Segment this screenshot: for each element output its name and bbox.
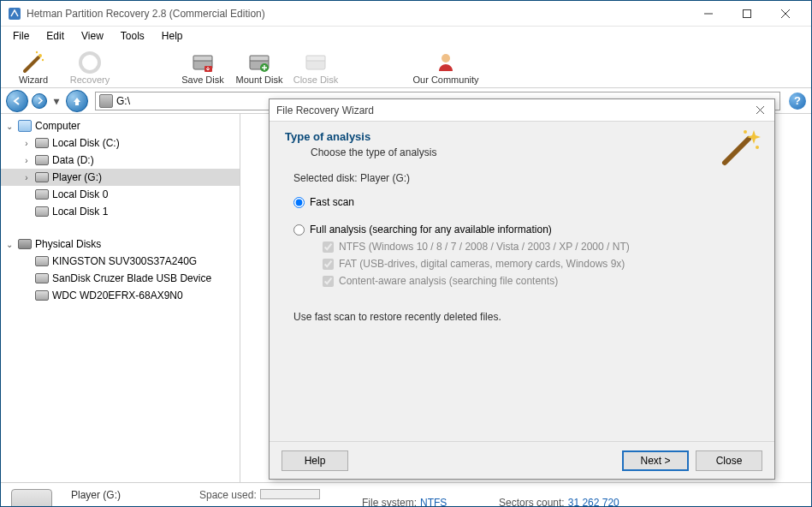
- tree-item[interactable]: › Local Disk 0: [1, 186, 240, 203]
- minimize-button[interactable]: [689, 2, 727, 26]
- community-button[interactable]: Our Community: [403, 51, 489, 85]
- svg-point-6: [36, 51, 38, 52]
- window-controls: [689, 2, 804, 26]
- menu-bar: File Edit View Tools Help: [1, 27, 811, 45]
- mount-disk-icon: [247, 51, 271, 75]
- menu-view[interactable]: View: [73, 28, 112, 44]
- sectors-label: Sectors count:: [499, 497, 565, 508]
- sidebar-tree[interactable]: ⌄ Computer › Local Disk (C:) › Data (D:)…: [1, 114, 240, 482]
- tree-physical-label: Physical Disks: [35, 238, 101, 250]
- fat-checkbox-input: [323, 259, 334, 270]
- chevron-right-icon: ›: [21, 156, 32, 165]
- chevron-down-icon: ⌄: [4, 122, 15, 131]
- close-disk-icon: [304, 51, 328, 75]
- content-aware-checkbox: Content-aware analysis (searching file c…: [323, 275, 759, 287]
- drive-icon: [35, 153, 49, 167]
- tree-item-label: Local Disk (C:): [52, 137, 120, 149]
- drive-icon: [99, 94, 113, 108]
- tree-item-selected[interactable]: › Player (G:): [1, 169, 240, 186]
- wand-large-icon: [720, 127, 761, 168]
- dialog-heading: Type of analysis: [285, 130, 759, 143]
- computer-icon: [18, 119, 32, 133]
- up-button[interactable]: [66, 90, 88, 112]
- tree-item-label: Local Disk 1: [52, 206, 108, 218]
- close-disk-label: Close Disk: [293, 75, 339, 85]
- dialog-close-icon[interactable]: [752, 103, 768, 118]
- mount-disk-button[interactable]: Mount Disk: [234, 51, 285, 85]
- space-used-bar: [260, 489, 320, 499]
- svg-rect-10: [193, 56, 212, 61]
- svg-point-17: [442, 54, 450, 63]
- help-icon[interactable]: ?: [789, 92, 806, 110]
- fast-scan-label: Fast scan: [310, 196, 354, 208]
- save-disk-label: Save Disk: [181, 75, 224, 85]
- tree-item-label: Data (D:): [52, 154, 94, 166]
- svg-point-5: [39, 54, 42, 57]
- tree-item[interactable]: › Data (D:): [1, 152, 240, 169]
- back-button[interactable]: [6, 90, 28, 112]
- community-icon: [434, 51, 458, 75]
- menu-help[interactable]: Help: [153, 28, 192, 44]
- drive-icon: [35, 205, 49, 218]
- chevron-down-icon: ⌄: [4, 240, 15, 249]
- svg-rect-16: [306, 56, 325, 61]
- dialog-title: File Recovery Wizard: [276, 104, 752, 116]
- space-free-value: 14,86 GB: [255, 504, 299, 508]
- status-disk-type: Removable Disk: [71, 504, 191, 508]
- drive-icon: [35, 188, 49, 201]
- svg-rect-2: [743, 9, 750, 17]
- ntfs-label: NTFS (Windows 10 / 8 / 7 / 2008 / Vista …: [339, 241, 630, 253]
- tree-item[interactable]: › Local Disk 1: [1, 203, 240, 220]
- dialog-header: File Recovery Wizard: [270, 99, 774, 122]
- drive-large-icon: [11, 489, 52, 508]
- tree-item-label: Local Disk 0: [52, 188, 108, 200]
- fat-label: FAT (USB-drives, digital cameras, memory…: [339, 258, 625, 270]
- community-label: Our Community: [412, 75, 478, 85]
- selected-disk-label: Selected disk: Player (G:): [293, 172, 759, 184]
- next-button[interactable]: Next >: [622, 450, 689, 471]
- svg-point-21: [756, 146, 759, 149]
- wizard-button[interactable]: Wizard: [8, 51, 59, 85]
- close-button[interactable]: Close: [696, 450, 762, 471]
- menu-tools[interactable]: Tools: [112, 28, 153, 44]
- dialog-subheading: Choose the type of analysis: [311, 146, 759, 158]
- tree-item-label: KINGSTON SUV300S37A240G: [52, 255, 197, 267]
- menu-file[interactable]: File: [4, 28, 38, 44]
- fast-scan-radio-input[interactable]: [293, 197, 305, 208]
- sectors-value: 31 262 720: [568, 497, 619, 508]
- file-recovery-wizard-dialog: File Recovery Wizard Type of analysis Ch…: [269, 98, 775, 480]
- help-button[interactable]: Help: [282, 450, 348, 471]
- full-analysis-radio[interactable]: Full analysis (searching for any availab…: [293, 224, 759, 236]
- save-disk-icon: [191, 51, 215, 75]
- close-button[interactable]: [766, 2, 804, 26]
- status-bar: Player (G:) Removable Disk Space used: S…: [1, 482, 811, 507]
- app-icon: [8, 7, 21, 21]
- tree-computer-label: Computer: [35, 120, 80, 132]
- tree-item[interactable]: › Local Disk (C:): [1, 134, 240, 152]
- status-disk-name: Player (G:): [71, 489, 191, 501]
- forward-button[interactable]: [32, 93, 47, 109]
- maximize-button[interactable]: [727, 2, 766, 26]
- full-analysis-label: Full analysis (searching for any availab…: [310, 224, 552, 236]
- dialog-body: Type of analysis Choose the type of anal…: [270, 122, 774, 441]
- chevron-right-icon: ›: [21, 173, 32, 182]
- fat-checkbox: FAT (USB-drives, digital cameras, memory…: [323, 258, 759, 270]
- fast-scan-radio[interactable]: Fast scan: [293, 196, 759, 208]
- history-dropdown[interactable]: ▾: [50, 90, 62, 112]
- full-analysis-radio-input[interactable]: [293, 224, 305, 236]
- window-title: Hetman Partition Recovery 2.8 (Commercia…: [27, 8, 689, 20]
- tree-physical[interactable]: ⌄ Physical Disks: [1, 236, 240, 253]
- save-disk-button[interactable]: Save Disk: [177, 51, 228, 85]
- tree-item[interactable]: › KINGSTON SUV300S37A240G: [1, 253, 240, 270]
- tree-item-label: Player (G:): [52, 171, 102, 183]
- tree-computer[interactable]: ⌄ Computer: [1, 117, 240, 134]
- tree-item[interactable]: › SanDisk Cruzer Blade USB Device: [1, 270, 240, 287]
- tree-item[interactable]: › WDC WD20EFRX-68AX9N0: [1, 287, 240, 304]
- drive-icon: [35, 136, 49, 150]
- toolbar: Wizard Recovery Save Disk Mount Disk Clo…: [1, 45, 811, 88]
- dialog-footer: Help Next > Close: [270, 441, 774, 479]
- wand-icon: [21, 51, 45, 75]
- drive-icon: [35, 254, 49, 268]
- space-used-label: Space used:: [199, 489, 257, 501]
- menu-edit[interactable]: Edit: [38, 28, 73, 44]
